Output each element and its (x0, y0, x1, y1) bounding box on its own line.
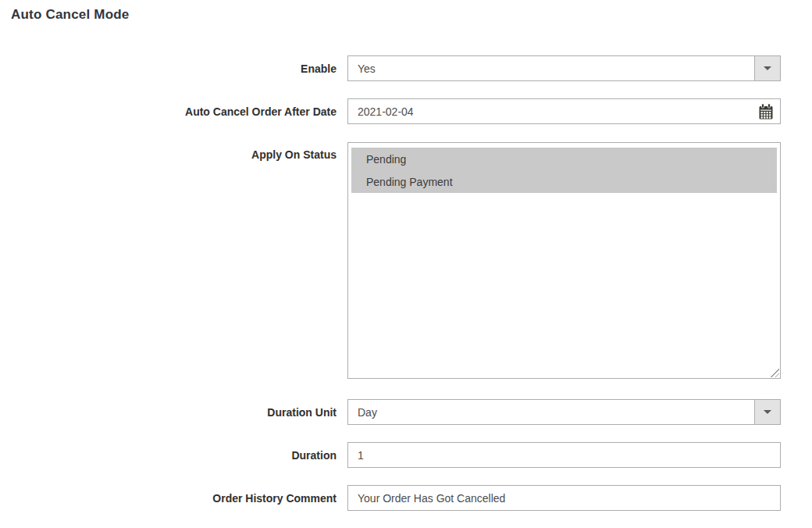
status-option-pending-payment[interactable]: Pending Payment (351, 170, 777, 193)
date-input-wrapper (347, 98, 781, 124)
auto-cancel-date-label: Auto Cancel Order After Date (0, 98, 337, 124)
calendar-icon (757, 103, 775, 120)
enable-select-value: Yes (348, 56, 754, 80)
date-picker-button[interactable] (757, 102, 775, 121)
chevron-down-icon (764, 410, 771, 414)
enable-select[interactable]: Yes (347, 55, 781, 81)
auto-cancel-date-input[interactable] (347, 98, 781, 124)
enable-field: Yes (347, 55, 781, 81)
status-option-pending[interactable]: Pending (351, 148, 777, 170)
duration-unit-select-value: Day (348, 400, 754, 424)
chevron-down-icon (764, 66, 771, 70)
enable-label: Enable (0, 55, 337, 81)
apply-on-status-multiselect[interactable]: Pending Pending Payment (347, 142, 781, 379)
page-title: Auto Cancel Mode (11, 7, 130, 23)
duration-unit-label: Duration Unit (0, 399, 337, 425)
duration-unit-select[interactable]: Day (347, 399, 781, 425)
duration-label: Duration (0, 442, 337, 468)
apply-on-status-label: Apply On Status (0, 142, 337, 161)
resize-grip-icon[interactable] (770, 368, 779, 377)
order-history-comment-input[interactable] (347, 485, 781, 511)
duration-input[interactable] (347, 442, 781, 468)
apply-on-status-field: Pending Pending Payment (347, 142, 781, 379)
auto-cancel-date-field (347, 98, 781, 124)
duration-unit-field: Day (347, 399, 781, 425)
duration-unit-select-arrow-button[interactable] (754, 400, 780, 424)
duration-field (347, 442, 781, 468)
enable-select-arrow-button[interactable] (754, 56, 780, 80)
order-history-comment-field (347, 485, 781, 511)
order-history-comment-label: Order History Comment (0, 485, 337, 511)
auto-cancel-mode-settings-page: Auto Cancel Mode Enable Yes Auto Cancel … (0, 0, 812, 528)
